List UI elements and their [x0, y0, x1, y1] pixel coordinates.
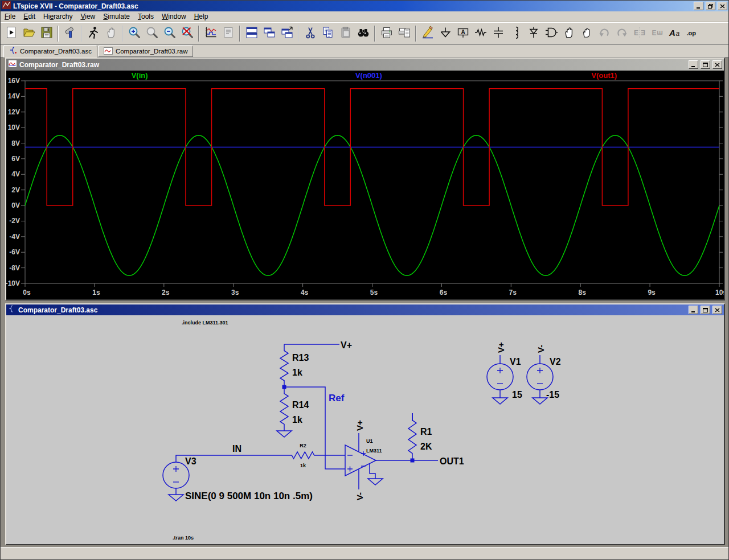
net-label-button[interactable]: A: [454, 24, 472, 43]
tab-comparator_draft03.asc[interactable]: Comparator_Draft03.asc: [3, 45, 97, 57]
menu-edit[interactable]: Edit: [19, 12, 39, 21]
schematic-label[interactable]: 15: [512, 390, 522, 400]
schematic-label[interactable]: .include LM311.301: [182, 320, 228, 326]
drag-button[interactable]: [578, 24, 595, 43]
resistor-R2[interactable]: [288, 452, 318, 459]
tab-comparator_draft03.raw[interactable]: Comparator_Draft03.raw: [98, 46, 194, 57]
menu-hierarchy[interactable]: Hierarchy: [39, 12, 76, 21]
open-file-button[interactable]: [20, 24, 38, 43]
print-button[interactable]: [378, 24, 395, 43]
wires[interactable]: [176, 344, 540, 495]
app-restore-button[interactable]: [706, 2, 715, 10]
waveform-maximize-button[interactable]: [701, 60, 710, 69]
cascade-windows-button[interactable]: [278, 24, 296, 43]
paste-icon: [339, 26, 353, 42]
x-axis[interactable]: 0s1s2s3s4s5s6s7s8s9s10s: [23, 283, 724, 297]
schematic-label[interactable]: 1k: [292, 415, 302, 425]
schematic-label[interactable]: 1k: [300, 463, 306, 468]
cut-button[interactable]: [301, 24, 319, 43]
find-button[interactable]: [354, 24, 372, 43]
y-tick-label: -2V: [9, 217, 20, 225]
waveform-plot[interactable]: 16V14V12V10V8V6V4V2V0V-2V-4V-6V-8V-10V0s…: [6, 71, 724, 299]
ground-symbol[interactable]: [493, 398, 507, 404]
spice-directive-button[interactable]: .op: [683, 24, 701, 43]
schematic-window-titlebar[interactable]: Comparator_Draft03.asc: [6, 304, 724, 315]
schematic-label[interactable]: V3: [185, 456, 196, 466]
svg-text:a: a: [675, 30, 679, 38]
app-minimize-button[interactable]: [694, 2, 703, 10]
schematic-canvas[interactable]: .include LM311.301V+R131kRefR141kINV3SIN…: [6, 315, 724, 544]
run-button[interactable]: [84, 24, 102, 43]
waveform-close-button[interactable]: [712, 60, 722, 69]
tile-horizontal-button[interactable]: [260, 24, 278, 43]
schematic-label[interactable]: R1: [420, 427, 432, 437]
waveform-minimize-button[interactable]: [689, 60, 698, 69]
schematic-label[interactable]: V+: [496, 342, 506, 353]
copy-button[interactable]: [319, 24, 337, 43]
schematic-label[interactable]: R14: [292, 400, 309, 410]
menu-tools[interactable]: Tools: [134, 12, 158, 21]
diode-button[interactable]: [525, 24, 542, 43]
schematic-label[interactable]: Ref: [329, 393, 345, 403]
schematic-label[interactable]: V2: [550, 357, 561, 367]
capacitor-button[interactable]: [489, 24, 507, 43]
schematic-label[interactable]: .tran 10s: [173, 535, 194, 541]
schematic-label[interactable]: SINE(0 9 500M 10n 10n .5m): [185, 491, 313, 501]
component-button[interactable]: [542, 24, 560, 43]
ground-symbol[interactable]: [533, 398, 547, 404]
schematic-label[interactable]: R2: [300, 443, 306, 448]
menu-simulate[interactable]: Simulate: [99, 12, 134, 21]
zoom-out-button[interactable]: [161, 24, 178, 43]
inductor-button[interactable]: [507, 24, 525, 43]
schematic-minimize-button[interactable]: [689, 306, 698, 314]
menu-help[interactable]: Help: [190, 12, 212, 21]
text-button[interactable]: Aa: [666, 24, 683, 43]
menu-file[interactable]: File: [1, 12, 19, 21]
menu-view[interactable]: View: [76, 12, 99, 21]
schematic-close-button[interactable]: [712, 306, 722, 314]
trace-label-vn001[interactable]: V(n001): [355, 71, 382, 80]
new-schematic-button[interactable]: [2, 24, 20, 43]
resistor-R14[interactable]: [280, 387, 288, 431]
schematic-label[interactable]: V-: [355, 492, 364, 500]
schematic-maximize-button[interactable]: [701, 306, 710, 314]
wire[interactable]: [370, 464, 375, 479]
schematic-label[interactable]: -15: [546, 390, 559, 400]
schematic-label[interactable]: V+: [355, 420, 364, 431]
schematic-label[interactable]: R13: [292, 353, 309, 363]
wire-button[interactable]: [419, 24, 436, 43]
trace-label-vout1[interactable]: V(out1): [591, 71, 617, 80]
menu-window[interactable]: Window: [158, 12, 190, 21]
ground-symbol[interactable]: [368, 479, 383, 485]
ground-symbol[interactable]: [277, 431, 292, 437]
schematic-label[interactable]: V-: [536, 345, 546, 353]
app-close-button[interactable]: [718, 2, 727, 10]
ground-button[interactable]: [436, 24, 454, 43]
schematic-label[interactable]: OUT1: [440, 456, 464, 466]
zoom-in-button[interactable]: [125, 24, 143, 43]
trace-label-vin[interactable]: V(in): [132, 71, 148, 80]
tile-vertical-button[interactable]: [243, 24, 260, 43]
waveform-window-titlebar[interactable]: Comparator_Draft03.raw: [6, 59, 724, 71]
schematic-label[interactable]: U1: [366, 438, 373, 444]
schematic-label[interactable]: V+: [341, 340, 352, 350]
autorange-y-button[interactable]: [202, 24, 219, 43]
print-preview-button[interactable]: [395, 24, 413, 43]
schematic-window-icon: [8, 305, 16, 315]
ground-symbol[interactable]: [169, 495, 183, 501]
schematic-label[interactable]: V1: [510, 357, 521, 367]
resistor-button[interactable]: [472, 24, 489, 43]
voltage-source-V2[interactable]: [527, 364, 553, 390]
schematic-label[interactable]: LM311: [366, 448, 382, 454]
schematic-label[interactable]: 1k: [292, 368, 302, 377]
app-icon: [2, 1, 11, 11]
schematic-label[interactable]: 2K: [420, 442, 432, 451]
zoom-full-extents-button[interactable]: [178, 24, 196, 43]
schematic-label[interactable]: IN: [232, 444, 241, 454]
voltage-source-V1[interactable]: [487, 364, 513, 390]
control-panel-button[interactable]: [61, 24, 79, 43]
resistor-R1[interactable]: [408, 413, 416, 460]
move-button[interactable]: [560, 24, 578, 43]
save-button[interactable]: [38, 24, 55, 43]
resistor-R13[interactable]: [280, 344, 288, 387]
